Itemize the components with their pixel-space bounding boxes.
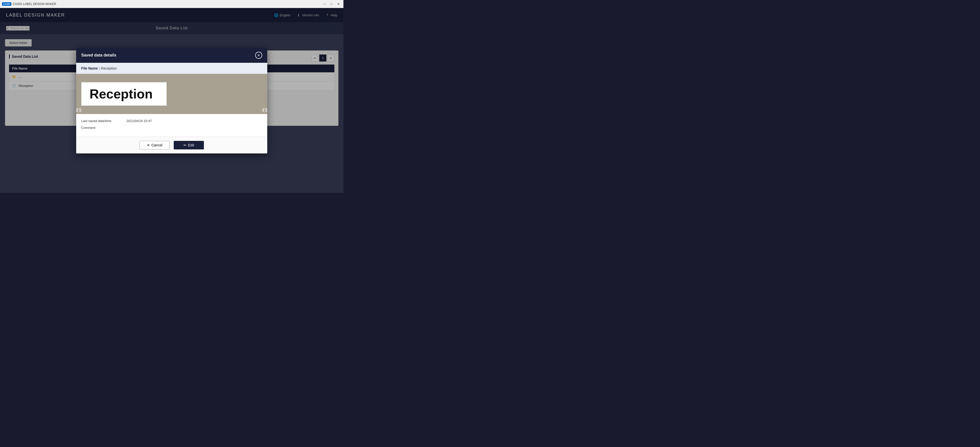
label-preview: Reception: [81, 82, 167, 106]
edit-button[interactable]: ✏ Edit: [174, 141, 204, 149]
edit-label: Edit: [188, 143, 194, 147]
comment-row: Comment: [81, 126, 262, 130]
title-bar-left: CASIO CASIO LABEL DESIGN MAKER: [2, 2, 56, 6]
comment-label: Comment: [81, 126, 126, 130]
file-name-row: File Name : Reception: [76, 63, 267, 74]
modal-dialog: Saved data details ✕ File Name : Recepti…: [76, 48, 267, 154]
last-saved-value: 2021/04/16 15:47: [126, 119, 152, 123]
info-section: Last saved date/time 2021/04/16 15:47 Co…: [76, 114, 267, 136]
modal-header: Saved data details ✕: [76, 48, 267, 63]
edit-icon: ✏: [183, 143, 186, 147]
minimize-button[interactable]: —: [321, 2, 327, 6]
cancel-label: Cancel: [151, 143, 162, 147]
window-title: CASIO LABEL DESIGN MAKER: [13, 2, 56, 6]
title-bar: CASIO CASIO LABEL DESIGN MAKER — □ ✕: [0, 0, 344, 8]
file-name-value: Reception: [101, 66, 117, 70]
last-saved-label: Last saved date/time: [81, 119, 126, 123]
casio-logo: CASIO: [2, 2, 11, 6]
title-bar-controls: — □ ✕: [321, 2, 341, 6]
scroll-right-button[interactable]: ❯: [262, 108, 267, 112]
modal-overlay: Saved data details ✕ File Name : Recepti…: [0, 8, 344, 193]
cancel-icon: ✕: [147, 143, 150, 147]
modal-close-button[interactable]: ✕: [255, 52, 262, 59]
modal-title: Saved data details: [81, 53, 116, 57]
modal-footer: ✕ Cancel ✏ Edit: [76, 136, 267, 154]
preview-area: ❮ Reception ❯: [76, 74, 267, 114]
file-name-label: File Name :: [81, 66, 100, 70]
maximize-button[interactable]: □: [328, 2, 334, 6]
close-button[interactable]: ✕: [336, 2, 341, 6]
cancel-button[interactable]: ✕ Cancel: [140, 141, 170, 149]
last-saved-row: Last saved date/time 2021/04/16 15:47: [81, 119, 262, 123]
scroll-left-button[interactable]: ❮: [76, 108, 81, 112]
label-preview-text: Reception: [89, 86, 153, 101]
